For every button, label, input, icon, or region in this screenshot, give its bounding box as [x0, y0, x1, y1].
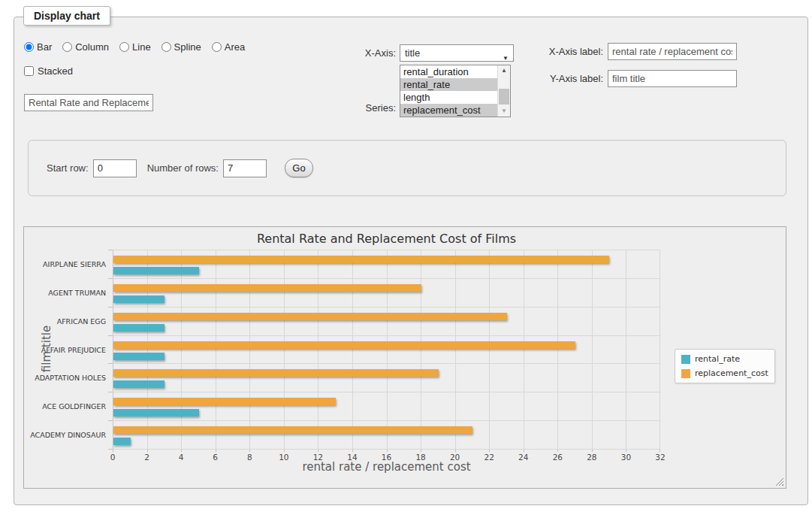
chart-type-radio-bar[interactable]	[24, 42, 34, 52]
category-label: ACADEMY DINOSAUR	[30, 431, 106, 439]
legend-item-rental_rate[interactable]: rental_rate	[681, 354, 768, 364]
series-multiselect[interactable]: rental_durationrental_ratelengthreplacem…	[400, 65, 511, 117]
chart-type-label: Area	[225, 41, 245, 53]
scroll-down-icon[interactable]: ▼	[498, 106, 510, 117]
chart-type-label: Column	[75, 41, 109, 53]
gridline	[524, 250, 524, 449]
series-option-rental_rate[interactable]: rental_rate	[400, 78, 497, 91]
gridline	[455, 250, 456, 449]
chart-type-radio-spline[interactable]	[161, 42, 171, 52]
gridline	[660, 250, 660, 449]
bar-replacement_cost[interactable]	[113, 256, 609, 263]
category-label: AGENT TRUMAN	[48, 288, 106, 296]
chart-type-option-spline: Spline	[161, 41, 201, 53]
y-axis-label-label: Y-Axis label:	[547, 73, 603, 84]
series-scrollbar[interactable]: ▲ ▼	[497, 65, 510, 117]
panel-title: Display chart	[23, 6, 110, 26]
gridline	[489, 250, 490, 449]
x-axis-label-row: X-Axis label:	[547, 43, 737, 60]
chart-type-option-column: Column	[62, 41, 109, 53]
gridline	[421, 250, 421, 449]
category-separator	[113, 335, 660, 336]
scroll-up-icon[interactable]: ▲	[498, 65, 510, 76]
chart-title: Rental Rate and Replacement Cost of Film…	[113, 232, 660, 246]
gridline	[284, 250, 285, 449]
chart-type-option-area: Area	[212, 41, 245, 53]
category-separator	[113, 449, 660, 450]
series-options: rental_durationrental_ratelengthreplacem…	[400, 65, 497, 117]
category-separator	[113, 307, 660, 308]
resize-handle-icon[interactable]	[775, 477, 783, 486]
gridline	[249, 250, 250, 449]
x-axis-label-input[interactable]	[608, 43, 737, 60]
y-axis-label-input[interactable]	[608, 70, 737, 87]
legend-label: replacement_cost	[695, 368, 768, 378]
chart-container: Rental Rate and Replacement Cost of Film…	[23, 226, 786, 489]
scrollbar-thumb[interactable]	[499, 89, 509, 105]
chart-type-radio-column[interactable]	[62, 42, 72, 52]
chart-type-label: Bar	[37, 41, 52, 53]
bar-replacement_cost[interactable]	[113, 426, 472, 434]
category-separator	[113, 420, 660, 421]
x-axis-row: X-Axis: title ▼	[351, 44, 514, 62]
bar-replacement_cost[interactable]	[113, 284, 421, 292]
bar-replacement_cost[interactable]	[113, 341, 575, 349]
category-tick-mark	[108, 392, 113, 392]
bar-rental_rate[interactable]	[113, 324, 165, 332]
gridline	[592, 250, 593, 449]
chart-type-radio-line[interactable]	[119, 42, 129, 52]
bar-replacement_cost[interactable]	[113, 398, 336, 405]
legend-label: rental_rate	[695, 354, 740, 364]
series-option-replacement_cost[interactable]: replacement_cost	[400, 104, 497, 117]
y-axis-line	[113, 250, 113, 449]
y-axis-label-row: Y-Axis label:	[547, 70, 737, 87]
x-axis-selected-value: title	[405, 47, 420, 59]
series-option-rental_duration[interactable]: rental_duration	[400, 65, 497, 78]
chart-type-radio-group: BarColumnLineSplineArea	[24, 41, 245, 53]
chart-x-axis-title: rental rate / replacement cost	[113, 460, 660, 474]
bar-rental_rate[interactable]	[113, 267, 199, 274]
bar-rental_rate[interactable]	[113, 353, 165, 360]
display-chart-panel: Display chart BarColumnLineSplineArea St…	[14, 17, 808, 505]
gridline	[181, 250, 182, 449]
gridline	[626, 250, 626, 449]
category-separator	[113, 250, 660, 250]
chart-type-label: Line	[132, 41, 151, 53]
category-tick-mark	[108, 278, 113, 279]
chart-title-input[interactable]	[24, 94, 153, 111]
bar-rental_rate[interactable]	[113, 295, 165, 303]
gridline	[147, 250, 148, 449]
bar-rental_rate[interactable]	[113, 409, 199, 417]
category-tick-mark	[108, 307, 113, 308]
start-row-input[interactable]	[93, 159, 137, 177]
x-axis-select-label: X-Axis:	[351, 47, 396, 59]
bar-replacement_cost[interactable]	[113, 369, 439, 377]
chart-type-option-bar: Bar	[24, 41, 52, 53]
bar-rental_rate[interactable]	[113, 438, 131, 445]
gridline	[387, 250, 388, 449]
number-of-rows-input[interactable]	[223, 159, 267, 177]
category-label: ACE GOLDFINGER	[42, 402, 106, 411]
plot-area: 02468101214161820222426283032AIRPLANE SI…	[113, 250, 660, 449]
x-axis-label-label: X-Axis label:	[547, 46, 603, 57]
gridline	[318, 250, 318, 449]
go-button[interactable]: Go	[285, 159, 313, 177]
category-label: AFFAIR PREJUDICE	[41, 345, 106, 353]
legend-item-replacement_cost[interactable]: replacement_cost	[681, 368, 768, 378]
chart-type-option-line: Line	[119, 41, 151, 53]
bar-replacement_cost[interactable]	[113, 313, 507, 320]
chart-type-radio-area[interactable]	[212, 42, 222, 52]
stacked-checkbox[interactable]	[24, 66, 34, 76]
number-of-rows-label: Number of rows:	[147, 162, 219, 174]
category-label: AFRICAN EGG	[57, 317, 106, 325]
series-row: Series: rental_durationrental_ratelength…	[351, 65, 511, 117]
x-axis-select[interactable]: title ▼	[400, 44, 514, 62]
stacked-label: Stacked	[38, 65, 73, 77]
gridline	[557, 250, 558, 449]
category-tick-mark	[108, 335, 113, 336]
gridline	[216, 250, 216, 449]
start-row-label: Start row:	[47, 162, 89, 174]
category-tick-mark	[108, 250, 113, 250]
series-option-length[interactable]: length	[400, 91, 497, 104]
bar-rental_rate[interactable]	[113, 380, 165, 388]
